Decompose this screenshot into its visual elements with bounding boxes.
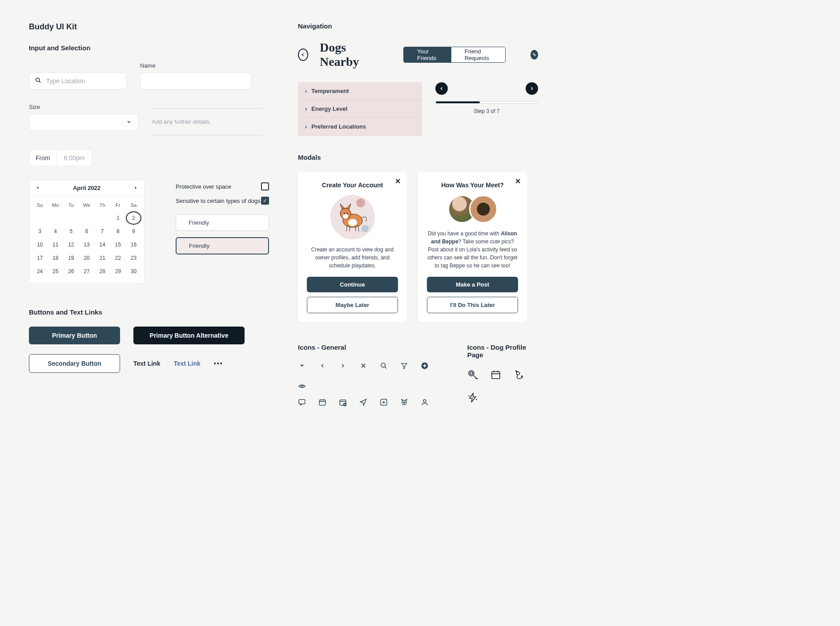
calendar-day[interactable]: 21 [95,251,110,265]
pill-friendly-selected[interactable]: Friendly [176,237,269,254]
details-textarea[interactable]: Add any further details. [152,108,263,135]
pill-friendly-unselected[interactable]: Friendly [176,214,269,231]
checkbox-sensitive[interactable]: ✓ [261,197,269,205]
chevron-right-icon: › [305,123,307,130]
plus-square-icon [380,398,388,406]
text-link[interactable]: Text Link [133,360,160,367]
calendar-day[interactable]: 20 [79,251,94,265]
tab-your-friends[interactable]: Your Friends [404,47,451,62]
accordion-temperament[interactable]: ›Temperament [298,82,422,100]
modal-body: Did you have a good time with Alison and… [427,230,518,270]
calendar-prev-icon[interactable] [36,185,40,191]
calendar-month: April 2022 [73,185,100,191]
continue-button[interactable]: Continue [307,277,398,292]
time-from-input[interactable]: From 6:00pm [29,149,92,166]
checkbox-label-sensitive: Sensitive to certain types of dogs [176,198,261,204]
search-icon [35,77,41,85]
svg-point-54 [516,372,519,375]
calendar-day[interactable]: 16 [126,238,141,251]
calendar-day[interactable]: 13 [79,238,94,251]
calendar-day[interactable]: 27 [79,265,94,278]
calendar-day[interactable]: 7 [95,225,110,238]
name-input[interactable] [140,73,251,89]
svg-point-19 [381,363,385,367]
calendar-day[interactable]: 18 [48,251,63,265]
calendar-day[interactable]: 28 [95,265,110,278]
calendar-day[interactable]: 29 [110,265,126,278]
accordion-label: Energy Level [311,105,347,112]
size-select[interactable] [29,114,138,131]
calendar-dow: Mo [48,199,63,211]
accordion-label: Preferred Locations [311,123,366,130]
calendar-day[interactable]: 23 [126,251,141,265]
stepper-prev[interactable] [435,82,448,95]
calendar-day[interactable]: 6 [79,225,94,238]
primary-button[interactable]: Primary Button [29,327,120,344]
secondary-button[interactable]: Secondary Button [29,354,120,373]
make-post-button[interactable]: Make a Post [427,277,518,292]
back-button[interactable] [298,48,308,61]
calendar-day[interactable]: 9 [126,225,141,238]
do-later-button[interactable]: I'll Do This Later [427,297,518,313]
calendar-day[interactable]: 25 [48,265,63,278]
page-title: Buddy UI Kit [29,22,269,32]
eye-icon [298,382,306,390]
stepper-next[interactable] [526,82,538,95]
calendar-dow: Su [32,199,48,211]
close-icon[interactable]: ✕ [395,177,401,186]
modal-create-account: ✕ Create Your Account [298,172,407,322]
svg-point-0 [36,78,40,81]
accordion-energy[interactable]: ›Energy Level [298,100,422,118]
close-icon[interactable]: ✕ [515,177,521,186]
calendar-day[interactable]: 24 [32,265,48,278]
text-link-blue[interactable]: Text Link [173,360,200,367]
calendar-day[interactable]: 14 [95,238,110,251]
primary-alt-button[interactable]: Primary Button Alternative [133,327,245,344]
calendar-day[interactable]: 1 [110,211,126,225]
calendar-day[interactable]: 26 [63,265,79,278]
calendar-day[interactable]: 19 [63,251,79,265]
leash-icon [467,369,478,380]
calendar-day[interactable]: 11 [48,238,63,251]
calendar-day[interactable]: 17 [32,251,48,265]
calendar-day[interactable]: 4 [48,225,63,238]
calendar-day[interactable]: 15 [110,238,126,251]
size-label: Size [29,104,138,110]
section-navigation: Navigation [298,22,538,30]
calendar-day[interactable]: 2 [126,211,141,225]
svg-point-4 [356,198,365,207]
calendar-day[interactable]: 3 [32,225,48,238]
modal-title: How Was Your Meet? [427,182,518,189]
search-icon [380,362,388,370]
tab-friend-requests[interactable]: Friend Requests [451,47,505,62]
svg-point-45 [469,371,474,376]
svg-marker-21 [402,363,407,369]
calendar-day[interactable]: 12 [63,238,79,251]
calendar-outline-icon [490,369,501,380]
calendar-day[interactable]: 30 [126,265,141,278]
name-label: Name [140,62,251,69]
accordion-locations[interactable]: ›Preferred Locations [298,118,422,136]
add-icon [421,362,429,370]
section-modals: Modals [298,153,538,161]
svg-marker-2 [37,186,38,190]
svg-point-44 [423,400,426,402]
calendar-day[interactable]: 5 [63,225,79,238]
checkbox-protective[interactable] [261,182,269,190]
svg-line-1 [39,81,41,83]
svg-marker-55 [470,393,476,402]
calendar-day[interactable]: 10 [32,238,48,251]
chevron-right-icon: › [305,105,307,112]
maybe-later-button[interactable]: Maybe Later [307,297,398,313]
svg-line-20 [385,367,386,368]
more-icon[interactable]: ••• [214,360,223,367]
edit-icon[interactable]: ✎ [531,50,538,60]
location-input[interactable] [29,73,127,89]
calendar-next-icon[interactable] [133,185,138,191]
svg-rect-49 [492,372,500,379]
chevron-down-icon [298,362,306,370]
step-label: Step 3 of 7 [435,108,538,114]
calendar-day[interactable]: 22 [110,251,126,265]
chevron-right-icon: › [305,88,307,94]
calendar-day[interactable]: 8 [110,225,126,238]
